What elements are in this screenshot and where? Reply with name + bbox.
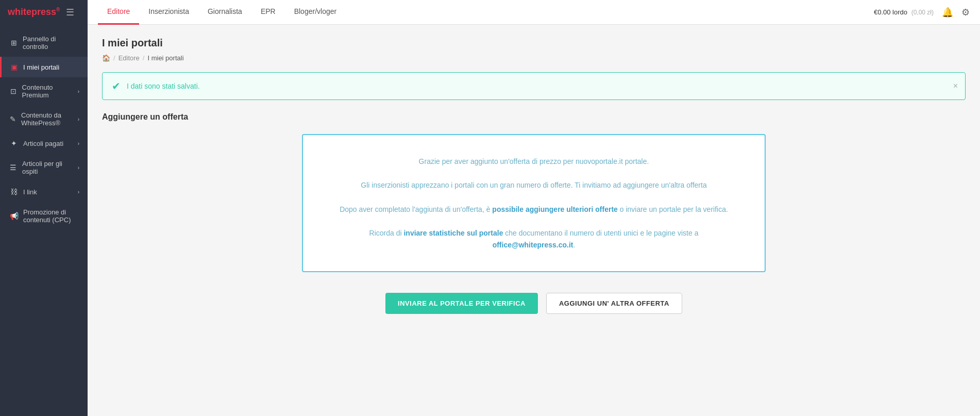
ospiti-icon: ☰ [10, 163, 17, 172]
main-layout: ⊞ Pannello di controllo ▣ I miei portali… [0, 25, 980, 416]
logo-white: white [8, 7, 31, 17]
main-content: I miei portali 🏠 / Editore / I miei port… [88, 25, 980, 416]
breadcrumb-sep1: / [113, 54, 115, 62]
sidebar-item-articoli[interactable]: ✦ Articoli pagati › [0, 133, 88, 154]
tab-epr[interactable]: EPR [251, 0, 285, 25]
breadcrumb-home-icon: 🏠 [102, 54, 110, 62]
articoli-arrow: › [78, 141, 79, 146]
breadcrumb-editore[interactable]: Editore [119, 54, 140, 62]
bell-icon[interactable]: 🔔 [942, 7, 953, 18]
info-line4-pre: Ricorda di [369, 229, 404, 237]
link-arrow: › [78, 189, 79, 195]
sidebar-item-portali[interactable]: ▣ I miei portali [0, 57, 88, 77]
premium-icon: ⊡ [10, 87, 17, 95]
alert-text: I dati sono stati salvati. [127, 82, 200, 90]
sidebar-item-label: I miei portali [23, 63, 59, 71]
sidebar-item-promozione[interactable]: 📢 Promozione di contenuti (CPC) [0, 202, 88, 230]
info-line2: Gli inserzionisti apprezzano i portali c… [334, 179, 734, 191]
page-title: I miei portali [102, 37, 966, 49]
breadcrumb-current: I miei portali [147, 54, 183, 62]
promozione-icon: 📢 [10, 212, 18, 220]
sidebar-item-label: Articoli pagati [23, 140, 63, 147]
info-line1: Grazie per aver aggiunto un'offerta di p… [334, 156, 734, 167]
whitepress-icon: ✎ [10, 115, 16, 123]
tab-giornalista[interactable]: Giornalista [198, 0, 251, 25]
info-line3-post: o inviare un portale per la verifica. [618, 205, 728, 213]
sidebar-item-label: Articoli per gli ospiti [22, 160, 73, 175]
logo-reg: ® [56, 7, 60, 12]
premium-arrow: › [78, 89, 79, 94]
sidebar-item-label: Pannello di controllo [23, 35, 79, 51]
gear-icon[interactable]: ⚙ [961, 7, 970, 18]
sidebar-item-link[interactable]: ⛓ I link › [0, 181, 88, 202]
articoli-icon: ✦ [10, 139, 18, 147]
link-icon: ⛓ [10, 188, 18, 196]
hamburger-icon[interactable]: ☰ [66, 7, 74, 18]
tab-editore[interactable]: Editore [98, 0, 139, 25]
balance-display: €0.00 lordo (0,00 zł) [874, 8, 934, 16]
sidebar-item-ospiti[interactable]: ☰ Articoli per gli ospiti › [0, 154, 88, 181]
breadcrumb-sep2: / [143, 54, 145, 62]
ospiti-arrow: › [78, 165, 79, 171]
info-line3: Dopo aver completato l'aggiunta di un'of… [334, 204, 734, 215]
info-line3-pre: Dopo aver completato l'aggiunta di un'of… [340, 205, 492, 213]
breadcrumb: 🏠 / Editore / I miei portali [102, 54, 966, 62]
sidebar-item-pannello[interactable]: ⊞ Pannello di controllo [0, 29, 88, 57]
alert-close-button[interactable]: × [953, 81, 958, 91]
info-line4-link2[interactable]: office@whitepress.co.it [493, 241, 573, 249]
balance-sub: (0,00 zł) [911, 9, 934, 16]
sidebar-item-label: Contenuto Premium [22, 84, 73, 99]
top-navigation: whitepress® ☰ Editore Inserzionista Gior… [0, 0, 980, 25]
check-icon: ✔ [112, 80, 121, 92]
submit-portal-button[interactable]: INVIARE AL PORTALE PER VERIFICA [385, 293, 538, 314]
info-line4-end: . [573, 241, 575, 249]
alert-success: ✔ I dati sono stati salvati. × [102, 72, 966, 100]
sidebar-item-premium[interactable]: ⊡ Contenuto Premium › [0, 77, 88, 105]
balance-value: €0.00 lordo [874, 8, 907, 16]
tab-inserzionista[interactable]: Inserzionista [139, 0, 198, 25]
logo-area: whitepress® ☰ [0, 0, 88, 25]
info-box: Grazie per aver aggiunto un'offerta di p… [302, 134, 766, 272]
tab-bloger[interactable]: Bloger/vloger [285, 0, 346, 25]
top-nav-tabs: Editore Inserzionista Giornalista EPR Bl… [98, 0, 346, 24]
pannello-icon: ⊞ [10, 39, 18, 47]
add-offer-button[interactable]: AGGIUNGI UN' ALTRA OFFERTA [546, 293, 682, 314]
info-line4-link1[interactable]: inviare statistiche sul portale [403, 229, 503, 237]
whitepress-arrow: › [78, 117, 79, 122]
info-line3-link[interactable]: possibile aggiungere ulteriori offerte [492, 205, 617, 213]
info-line4: Ricorda di inviare statistiche sul porta… [334, 227, 734, 251]
buttons-row: INVIARE AL PORTALE PER VERIFICA AGGIUNGI… [102, 293, 966, 335]
logo-press: press [31, 7, 56, 17]
section-title: Aggiungere un offerta [102, 112, 966, 122]
sidebar: ⊞ Pannello di controllo ▣ I miei portali… [0, 25, 88, 416]
info-line4-mid: che documentano il numero di utenti unic… [503, 229, 698, 237]
logo-text: whitepress® [8, 7, 60, 18]
sidebar-item-label: Promozione di contenuti (CPC) [23, 208, 79, 224]
top-nav-right: €0.00 lordo (0,00 zł) 🔔 ⚙ [874, 7, 970, 18]
portali-icon: ▣ [10, 63, 18, 71]
sidebar-item-label: I link [23, 188, 37, 196]
sidebar-item-label: Contenuto da WhitePress® [21, 111, 73, 127]
sidebar-item-whitepress[interactable]: ✎ Contenuto da WhitePress® › [0, 105, 88, 133]
